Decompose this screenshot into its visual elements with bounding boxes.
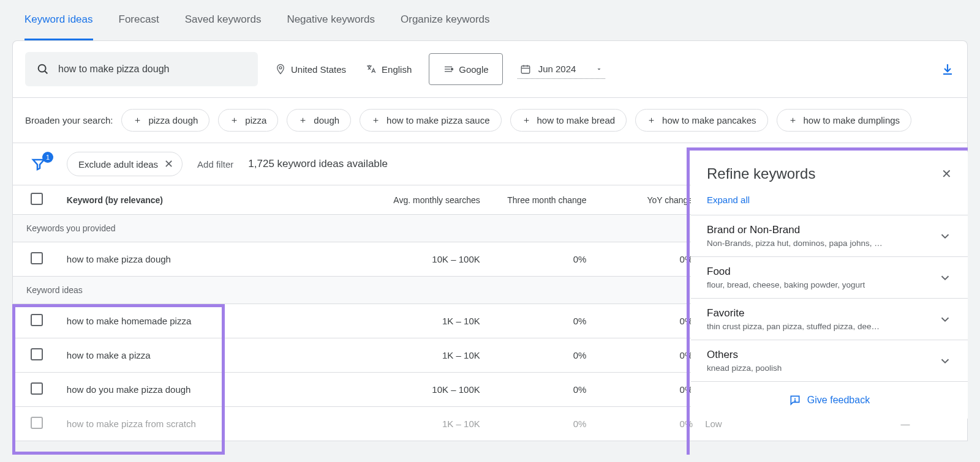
cell-avg: 1K – 10K: [307, 304, 486, 338]
refine-panel: Refine keywords ✕ Expand all Brand or No…: [691, 152, 968, 419]
row-checkbox[interactable]: [31, 382, 43, 395]
cell-avg: 10K – 100K: [307, 373, 486, 407]
cell-tmc: 0%: [486, 373, 593, 407]
broaden-chip[interactable]: ＋how to make pizza sauce: [360, 109, 501, 132]
location-icon: [275, 64, 286, 75]
broaden-chip[interactable]: ＋how to make pancakes: [635, 109, 767, 132]
broaden-chip[interactable]: ＋how to make bread: [510, 109, 627, 132]
cell-keyword: how to make homemade pizza: [61, 304, 307, 338]
give-feedback-button[interactable]: Give feedback: [691, 381, 968, 419]
refine-section-title: Brand or Non-Brand: [707, 224, 883, 236]
broaden-bar: Broaden your search: ＋pizza dough ＋pizza…: [13, 98, 967, 143]
date-selector[interactable]: Jun 2024: [518, 60, 606, 79]
search-box[interactable]: [25, 52, 258, 86]
plus-icon: ＋: [298, 114, 307, 126]
search-input[interactable]: [58, 64, 247, 75]
download-button[interactable]: [940, 62, 955, 76]
svg-point-15: [794, 401, 795, 401]
cell-yoy: 0%: [592, 407, 699, 441]
tab-organize-keywords[interactable]: Organize keywords: [401, 0, 490, 40]
add-filter-button[interactable]: Add filter: [197, 159, 233, 170]
close-icon[interactable]: ✕: [164, 157, 173, 171]
cell-keyword: how to make pizza dough: [61, 242, 307, 277]
plus-icon: ＋: [522, 114, 531, 126]
network-icon: [443, 64, 454, 75]
refine-section-sub: knead pizza, poolish: [707, 363, 782, 373]
svg-rect-7: [521, 65, 530, 73]
cell-yoy: 0%: [592, 338, 699, 373]
chevron-down-icon: [938, 313, 952, 326]
cell-avg: 1K – 10K: [307, 338, 486, 373]
refine-section-sub: thin crust pizza, pan pizza, stuffed piz…: [707, 322, 880, 331]
refine-section-food[interactable]: Food flour, bread, cheese, baking powder…: [691, 256, 968, 298]
row-checkbox[interactable]: [31, 252, 43, 264]
search-icon: [36, 62, 50, 76]
cell-tmc: 0%: [486, 304, 593, 338]
cell-tmc: 0%: [486, 338, 593, 373]
row-checkbox[interactable]: [31, 314, 43, 326]
row-checkbox[interactable]: [31, 348, 43, 360]
network-label: Google: [459, 64, 488, 75]
cell-keyword: how to make a pizza: [61, 338, 307, 373]
plus-icon: ＋: [133, 114, 142, 126]
date-label: Jun 2024: [538, 64, 576, 74]
filter-indicator[interactable]: 1: [25, 153, 52, 175]
language-label: English: [382, 64, 412, 75]
col-yoy[interactable]: YoY change: [592, 185, 699, 215]
refine-section-brand[interactable]: Brand or Non-Brand Non-Brands, pizza hut…: [691, 215, 968, 256]
refine-section-title: Others: [707, 349, 782, 361]
filter-chip-label: Exclude adult ideas: [78, 159, 158, 170]
refine-section-favorite[interactable]: Favorite thin crust pizza, pan pizza, st…: [691, 298, 968, 340]
refine-section-sub: Non-Brands, pizza hut, dominos, papa joh…: [707, 239, 883, 248]
network-selector[interactable]: Google: [429, 53, 502, 85]
plus-icon: ＋: [371, 114, 380, 126]
tab-saved-keywords[interactable]: Saved keywords: [185, 0, 262, 40]
refine-section-others[interactable]: Others knead pizza, poolish: [691, 340, 968, 381]
language-icon: [366, 64, 377, 75]
tab-negative-keywords[interactable]: Negative keywords: [287, 0, 375, 40]
tab-keyword-ideas[interactable]: Keyword ideas: [24, 0, 93, 40]
result-count: 1,725 keyword ideas available: [248, 158, 388, 170]
select-all-checkbox[interactable]: [31, 193, 43, 205]
refine-section-title: Favorite: [707, 307, 880, 319]
refine-section-sub: flour, bread, cheese, baking powder, yog…: [707, 280, 865, 289]
row-checkbox[interactable]: [31, 417, 43, 429]
cell-yoy: 0%: [592, 373, 699, 407]
close-panel-icon[interactable]: ✕: [941, 166, 952, 181]
language-selector[interactable]: English: [363, 60, 414, 78]
toolbar: United States English Google Jun 2024: [13, 41, 967, 98]
broaden-chip[interactable]: ＋dough: [287, 109, 351, 132]
cell-keyword: how to make pizza from scratch: [61, 407, 307, 441]
active-filter-chip[interactable]: Exclude adult ideas ✕: [67, 152, 183, 176]
tabs: Keyword ideas Forecast Saved keywords Ne…: [0, 0, 980, 40]
chevron-down-icon: [938, 229, 952, 243]
broaden-chip[interactable]: ＋how to make dumplings: [777, 109, 912, 132]
col-keyword[interactable]: Keyword (by relevance): [61, 185, 307, 215]
feedback-label: Give feedback: [807, 395, 870, 406]
cell-avg: 1K – 10K: [307, 407, 486, 441]
col-avg-searches[interactable]: Avg. monthly searches: [307, 185, 486, 215]
filter-count-badge: 1: [42, 152, 53, 163]
chevron-down-icon: [595, 65, 603, 73]
cell-yoy: 0%: [592, 304, 699, 338]
location-label: United States: [291, 64, 346, 75]
cell-avg: 10K – 100K: [307, 242, 486, 277]
cell-yoy: 0%: [592, 242, 699, 277]
calendar-icon: [520, 64, 531, 75]
broaden-chip[interactable]: ＋pizza dough: [121, 109, 209, 132]
chevron-down-icon: [938, 354, 952, 368]
location-selector[interactable]: United States: [273, 60, 349, 78]
svg-line-1: [45, 71, 47, 73]
feedback-icon: [789, 394, 801, 406]
cell-keyword: how do you make pizza dough: [61, 373, 307, 407]
cell-tmc: 0%: [486, 407, 593, 441]
plus-icon: ＋: [647, 114, 656, 126]
broaden-chip[interactable]: ＋pizza: [218, 109, 278, 132]
tab-forecast[interactable]: Forecast: [119, 0, 159, 40]
refine-title: Refine keywords: [707, 165, 815, 182]
expand-all-button[interactable]: Expand all: [691, 191, 968, 215]
svg-point-2: [279, 67, 282, 69]
svg-point-0: [39, 65, 46, 72]
refine-section-title: Food: [707, 266, 865, 278]
col-three-month[interactable]: Three month change: [486, 185, 593, 215]
